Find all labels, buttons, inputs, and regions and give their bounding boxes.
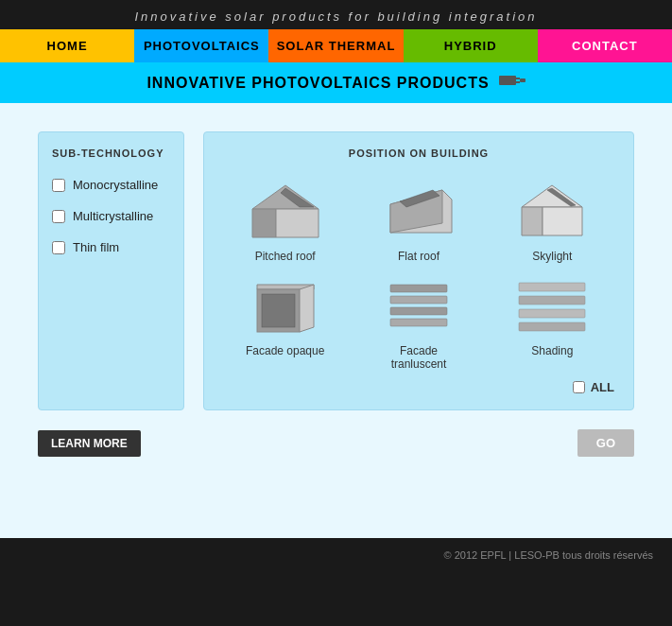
shading-icon <box>509 272 594 339</box>
nav-home[interactable]: HOME <box>0 29 134 62</box>
pitched-roof-label: Pitched roof <box>255 250 316 263</box>
pitched-roof-item[interactable]: Pitched roof <box>223 178 347 263</box>
monocrystalline-checkbox[interactable] <box>52 179 65 192</box>
shading-label: Shading <box>531 344 573 357</box>
multicrystalline-checkbox[interactable] <box>52 210 65 223</box>
monocrystalline-label: Monocrystalline <box>73 178 158 192</box>
svg-marker-5 <box>252 209 276 237</box>
sub-technology-panel: SUB-TECHNOLOGY Monocrystalline Multicrys… <box>38 131 184 410</box>
flat-roof-item[interactable]: Flat roof <box>356 178 480 263</box>
svg-rect-21 <box>390 307 447 315</box>
nav-solar-thermal[interactable]: SOLAR THERMAL <box>268 29 403 62</box>
svg-rect-22 <box>390 319 447 326</box>
sub-tech-title: SUB-TECHNOLOGY <box>52 148 170 159</box>
svg-rect-0 <box>499 76 516 85</box>
go-button[interactable]: GO <box>577 429 634 457</box>
svg-rect-18 <box>262 294 295 327</box>
monocrystalline-row: Monocrystalline <box>52 178 170 192</box>
svg-rect-2 <box>516 81 520 83</box>
nav-hybrid[interactable]: HYBRID <box>404 29 538 62</box>
nav-bar: HOME PHOTOVOLTAICS SOLAR THERMAL HYBRID … <box>0 29 672 62</box>
svg-marker-6 <box>276 209 319 237</box>
skylight-item[interactable]: Skylight <box>491 178 614 263</box>
svg-rect-23 <box>519 283 585 291</box>
all-label: ALL <box>591 380 614 394</box>
multicrystalline-label: Multicrystalline <box>73 209 153 223</box>
svg-rect-24 <box>519 296 585 304</box>
skylight-icon <box>509 178 594 244</box>
flat-roof-icon <box>376 178 461 244</box>
thin-film-row: Thin film <box>52 240 170 254</box>
shading-item[interactable]: Shading <box>491 272 614 371</box>
position-title: POSITION ON BUILDING <box>223 148 614 159</box>
facade-translucent-item[interactable]: Facade tranluscent <box>356 272 480 371</box>
app-wrapper: Innovative solar products for building i… <box>0 0 672 572</box>
footer: © 2012 EPFL | LESO-PB tous droits réserv… <box>0 538 672 572</box>
svg-rect-1 <box>516 78 520 79</box>
building-grid: Pitched roof <box>223 178 614 371</box>
content-row: SUB-TECHNOLOGY Monocrystalline Multicrys… <box>38 131 634 410</box>
section-header: INNOVATIVE PHOTOVOLTAICS PRODUCTS <box>0 62 672 103</box>
thin-film-checkbox[interactable] <box>52 241 65 254</box>
position-panel: POSITION ON BUILDING <box>203 131 634 410</box>
svg-rect-3 <box>520 78 526 82</box>
nav-photovoltaics[interactable]: PHOTOVOLTAICS <box>134 29 268 62</box>
skylight-label: Skylight <box>532 250 572 263</box>
thin-film-label: Thin film <box>73 240 119 254</box>
svg-rect-20 <box>390 296 447 304</box>
learn-more-button[interactable]: LEARN MORE <box>38 430 141 457</box>
svg-rect-25 <box>519 309 585 318</box>
facade-translucent-icon <box>376 272 461 339</box>
footer-copyright: © 2012 EPFL | LESO-PB tous droits réserv… <box>444 549 653 561</box>
flat-roof-label: Flat roof <box>398 250 439 263</box>
svg-rect-26 <box>519 322 585 331</box>
svg-marker-12 <box>522 207 543 235</box>
section-title: INNOVATIVE PHOTOVOLTAICS PRODUCTS <box>146 75 489 92</box>
svg-marker-17 <box>300 285 314 332</box>
facade-opaque-label: Facade opaque <box>246 344 324 357</box>
pitched-roof-icon <box>243 178 328 244</box>
main-content: SUB-TECHNOLOGY Monocrystalline Multicrys… <box>0 103 672 538</box>
facade-opaque-icon <box>243 272 328 339</box>
nav-contact[interactable]: CONTACT <box>538 29 672 62</box>
svg-rect-19 <box>390 285 447 292</box>
all-checkbox[interactable] <box>573 381 585 393</box>
multicrystalline-row: Multicrystalline <box>52 209 170 223</box>
tagline: Innovative solar products for building i… <box>0 0 672 29</box>
all-checkbox-row: ALL <box>223 380 614 394</box>
facade-translucent-label: Facade tranluscent <box>391 344 447 371</box>
plug-icon <box>499 72 526 94</box>
facade-opaque-item[interactable]: Facade opaque <box>223 272 347 371</box>
svg-marker-13 <box>543 207 582 235</box>
footer-actions: LEARN MORE GO <box>38 429 634 457</box>
